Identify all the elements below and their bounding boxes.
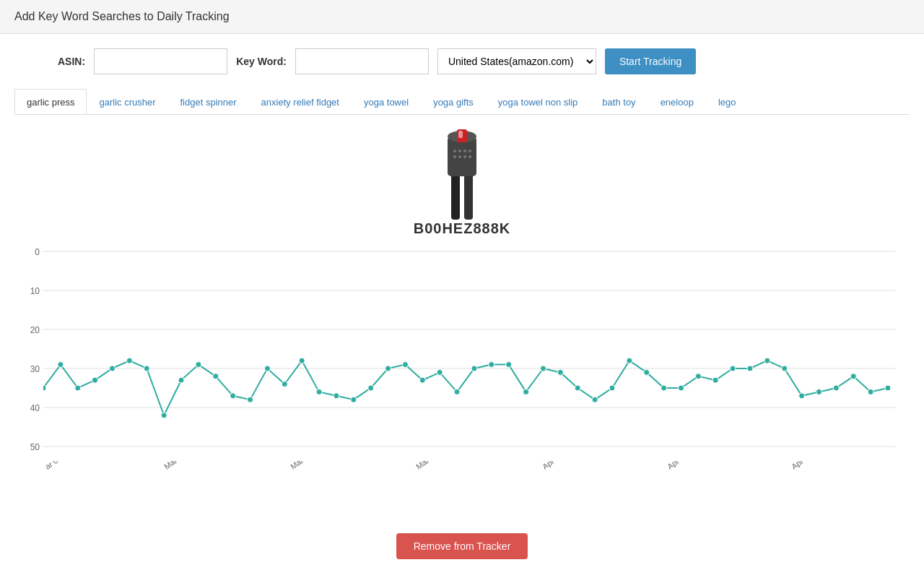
remove-tracker-button[interactable]: Remove from Tracker — [396, 533, 528, 559]
svg-point-64 — [695, 374, 701, 379]
x-label-2: Mar 12 2017 — [162, 461, 226, 503]
y-label-50: 50 — [14, 442, 40, 452]
svg-point-57 — [575, 385, 580, 391]
y-label-40: 40 — [14, 403, 40, 413]
svg-point-38 — [248, 397, 253, 402]
svg-point-59 — [609, 385, 615, 391]
svg-point-44 — [351, 397, 357, 402]
svg-point-12 — [463, 155, 466, 158]
svg-point-68 — [764, 358, 770, 363]
y-label-10: 10 — [14, 286, 40, 296]
svg-point-11 — [458, 155, 461, 158]
svg-point-48 — [419, 377, 425, 383]
y-label-0: 0 — [14, 247, 40, 257]
svg-point-69 — [782, 366, 788, 371]
svg-point-49 — [437, 369, 443, 375]
svg-point-28 — [75, 385, 81, 391]
x-label-3: Mar 20 2017 — [289, 461, 352, 503]
svg-point-39 — [264, 366, 270, 371]
svg-point-42 — [316, 389, 322, 394]
tab-anxiety-relief-fidget[interactable]: anxiety relief fidget — [249, 89, 352, 115]
tab-fidget-spinner[interactable]: fidget spinner — [168, 89, 249, 115]
start-tracking-button[interactable]: Start Tracking — [605, 48, 696, 74]
svg-point-6 — [453, 150, 456, 152]
svg-point-50 — [454, 389, 460, 394]
svg-point-41 — [299, 358, 305, 363]
svg-rect-0 — [451, 173, 460, 220]
tabs-bar: garlic pressgarlic crusherfidget spinner… — [14, 89, 910, 115]
svg-point-72 — [833, 385, 839, 391]
y-label-20: 20 — [14, 325, 40, 335]
svg-point-36 — [213, 374, 219, 379]
svg-point-65 — [712, 377, 718, 383]
tab-eneloop[interactable]: eneloop — [648, 89, 706, 115]
svg-point-45 — [368, 385, 374, 391]
marketplace-select[interactable]: United States(amazon.com)United Kingdom(… — [437, 48, 596, 74]
svg-point-56 — [557, 369, 563, 375]
tab-garlic-crusher[interactable]: garlic crusher — [87, 89, 167, 115]
svg-point-60 — [627, 358, 632, 363]
svg-point-73 — [850, 374, 856, 379]
keyword-label: Key Word: — [236, 56, 287, 67]
svg-point-66 — [730, 366, 736, 371]
svg-point-8 — [463, 150, 466, 152]
tab-lego[interactable]: lego — [706, 89, 749, 115]
svg-point-67 — [747, 366, 753, 371]
controls-bar: ASIN: Key Word: United States(amazon.com… — [0, 34, 924, 89]
chart-wrapper: 01020304050 01020304050 — [14, 244, 910, 461]
asin-label: ASIN: — [58, 56, 85, 67]
svg-point-37 — [230, 393, 236, 399]
svg-point-27 — [58, 362, 64, 368]
svg-point-33 — [161, 413, 167, 418]
svg-point-31 — [126, 358, 132, 363]
x-label-4: Mar 28 2017 — [414, 461, 478, 503]
svg-point-13 — [468, 155, 471, 158]
svg-point-51 — [471, 366, 477, 371]
svg-point-75 — [885, 385, 891, 391]
product-display: B00HEZ888K — [0, 115, 924, 237]
svg-point-7 — [458, 150, 461, 152]
svg-point-46 — [385, 366, 391, 371]
svg-point-35 — [196, 362, 201, 368]
svg-point-63 — [678, 385, 684, 391]
svg-point-43 — [334, 393, 339, 399]
svg-point-29 — [92, 377, 98, 383]
svg-rect-5 — [458, 131, 463, 138]
ranking-chart: 01020304050 — [43, 244, 895, 461]
x-label-7: Apr 21 2017 — [790, 461, 853, 503]
svg-point-9 — [468, 150, 471, 152]
tab-bath-toy[interactable]: bath toy — [590, 89, 648, 115]
x-label-6: Apr 13 2017 — [666, 461, 728, 503]
tab-yoga-towel-non-slip[interactable]: yoga towel non slip — [486, 89, 590, 115]
y-label-30: 30 — [14, 364, 40, 374]
svg-point-58 — [592, 397, 598, 402]
svg-point-47 — [402, 362, 408, 368]
svg-point-70 — [799, 393, 805, 399]
svg-point-71 — [816, 389, 821, 394]
svg-point-40 — [282, 381, 287, 387]
tab-yoga-gifts[interactable]: yoga gifts — [421, 89, 486, 115]
asin-input[interactable] — [94, 48, 227, 74]
keyword-input[interactable] — [295, 48, 429, 74]
svg-point-62 — [661, 385, 667, 391]
svg-point-61 — [644, 369, 650, 375]
page-header: Add Key Word Searches to Daily Tracking — [0, 0, 924, 34]
svg-point-52 — [489, 362, 494, 368]
svg-point-26 — [43, 385, 46, 391]
page-title: Add Key Word Searches to Daily Tracking — [14, 10, 910, 23]
tab-garlic-press[interactable]: garlic press — [14, 89, 87, 115]
product-image — [437, 115, 487, 216]
tab-yoga-towel[interactable]: yoga towel — [352, 89, 421, 115]
x-label-1: ar 04 2017 — [43, 461, 102, 503]
svg-point-74 — [868, 389, 873, 394]
x-label-8 — [915, 464, 917, 512]
svg-point-10 — [453, 155, 456, 158]
svg-point-32 — [144, 366, 149, 371]
svg-point-55 — [540, 366, 546, 371]
svg-point-30 — [110, 366, 116, 371]
svg-point-53 — [506, 362, 512, 368]
svg-rect-1 — [464, 173, 473, 220]
svg-point-34 — [178, 377, 184, 383]
svg-point-54 — [523, 389, 529, 394]
x-label-5: Apr 05 2017 — [541, 461, 603, 503]
